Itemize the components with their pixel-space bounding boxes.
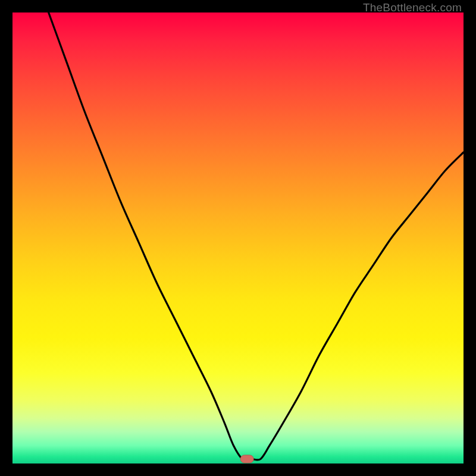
watermark-text: TheBottleneck.com [363,1,462,14]
bottleneck-curve-path [49,12,464,460]
min-marker [240,455,253,463]
chart-frame: TheBottleneck.com [0,0,476,476]
plot-area [12,12,464,464]
curve-layer [12,12,464,464]
